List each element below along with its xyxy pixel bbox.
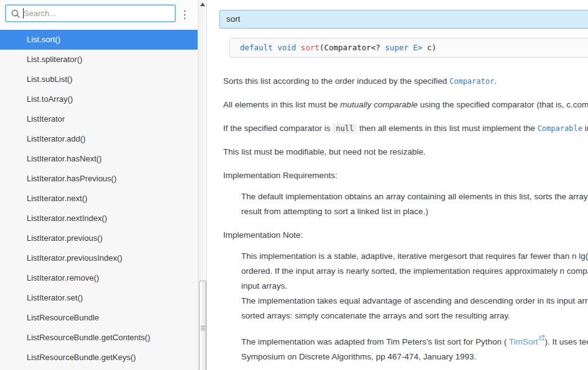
signature-token: void xyxy=(277,43,296,52)
doc-line: The implementation takes equal advantage… xyxy=(241,294,588,309)
doc-text: Symposium on Discrete Algorithms, pp 467… xyxy=(241,352,476,361)
doc-text: The implementation takes equal advantage… xyxy=(241,296,588,305)
doc-content-pane: sort default void sort(Comparator<? supe… xyxy=(208,0,588,370)
doc-text: . xyxy=(494,76,497,86)
doc-paragraph: All elements in this list must be mutual… xyxy=(223,97,588,112)
doc-indented-block: The implementation was adapted from Tim … xyxy=(241,331,588,364)
sidebar-item[interactable]: List.sort() xyxy=(0,30,198,50)
doc-text: Sorts this list according to the order i… xyxy=(223,76,449,86)
doc-text: The default implementation obtains an ar… xyxy=(241,192,588,201)
doc-paragraph: This list must be modifiable, but need n… xyxy=(223,145,588,160)
external-link-icon[interactable] xyxy=(539,331,545,346)
sidebar-item[interactable]: ListIterator.hasNext() xyxy=(0,149,198,169)
doc-paragraph: If the specified comparator is null then… xyxy=(223,121,588,136)
doc-text: result from attempting to sort a linked … xyxy=(241,207,428,216)
doc-text: using the specified comparator (that is,… xyxy=(418,100,588,109)
scroll-up-arrow-icon[interactable] xyxy=(200,2,205,6)
sidebar-item[interactable]: List.spliterator() xyxy=(0,50,198,70)
doc-text: then all elements in this list must impl… xyxy=(357,124,537,133)
sidebar-item[interactable]: ListIterator.nextIndex() xyxy=(0,209,198,228)
doc-text: sorted arrays: simply concatenate the ar… xyxy=(241,311,510,320)
member-name: sort xyxy=(226,14,241,24)
sidebar-scrollbar[interactable] xyxy=(198,0,207,370)
doc-indented-block: The default implementation obtains an ar… xyxy=(241,189,588,219)
doc-text: ). It uses techniques from xyxy=(545,337,588,346)
search-row: ⋮ xyxy=(0,0,198,30)
doc-text: All elements in this list must be xyxy=(223,100,340,109)
doc-section-label: Implementation Requirements: xyxy=(223,168,588,183)
signature-token: E> xyxy=(408,43,423,52)
doc-body: Sorts this list according to the order i… xyxy=(223,74,588,364)
doc-indented-block: This implementation is a stable, adaptiv… xyxy=(241,249,588,323)
doc-line: The default implementation obtains an ar… xyxy=(241,189,588,204)
sidebar: ⋮ List.sort()List.spliterator()List.subL… xyxy=(0,0,198,370)
doc-line: Symposium on Discrete Algorithms, pp 467… xyxy=(241,350,588,364)
sidebar-item[interactable]: List.toArray() xyxy=(0,89,198,109)
scrollbar-thumb[interactable] xyxy=(199,281,206,370)
sidebar-item[interactable]: ListIterator.next() xyxy=(0,189,198,209)
signature-token: sort xyxy=(301,43,319,52)
kebab-menu-icon[interactable]: ⋮ xyxy=(179,6,190,24)
signature-token: default xyxy=(240,43,273,52)
sidebar-item[interactable]: ListIterator.add() xyxy=(0,129,198,149)
doc-text: This list must be modifiable, but need n… xyxy=(223,147,426,156)
doc-text: ordered. If the input array is nearly so… xyxy=(241,266,588,276)
doc-line: result from attempting to sort a linked … xyxy=(241,204,588,219)
sidebar-item[interactable]: ListIterator.previousIndex() xyxy=(0,248,198,268)
signature-token: (Comparator<? xyxy=(319,43,385,52)
doc-text: interface and the elements' xyxy=(582,124,588,133)
doc-line: The implementation was adapted from Tim … xyxy=(241,331,588,350)
sidebar-item[interactable]: ListResourceBundle.getContents() xyxy=(0,328,198,348)
member-header: sort xyxy=(219,10,588,29)
search-input[interactable] xyxy=(5,4,176,22)
signature-token: super xyxy=(385,43,408,52)
doc-line: sorted arrays: simply concatenate the ar… xyxy=(241,309,588,323)
sidebar-item[interactable]: ListIterator.remove() xyxy=(0,268,198,288)
sidebar-item[interactable]: ListIterator.set() xyxy=(0,288,198,308)
doc-text: null xyxy=(333,124,357,133)
sidebar-item[interactable]: List.subList() xyxy=(0,70,198,89)
doc-text: mutually comparable xyxy=(340,100,418,109)
doc-text: The implementation was adapted from Tim … xyxy=(241,337,509,346)
doc-line: This implementation is a stable, adaptiv… xyxy=(241,249,588,264)
doc-text: input arrays. xyxy=(241,281,287,291)
sidebar-item[interactable]: ListResourceBundle.getKeys() xyxy=(0,348,198,368)
signature-token xyxy=(296,43,301,52)
search-results-list: List.sort()List.spliterator()List.subLis… xyxy=(0,30,198,368)
method-signature: default void sort(Comparator<? super E> … xyxy=(229,38,588,58)
timsort-link[interactable]: TimSort xyxy=(509,337,538,346)
scrollbar-grip xyxy=(201,326,205,330)
doc-text: If the specified comparator is xyxy=(223,124,333,133)
sidebar-item[interactable]: ListIterator xyxy=(0,109,198,129)
comparator-link[interactable]: Comparator xyxy=(449,77,494,86)
doc-line: input arrays. xyxy=(241,279,588,294)
sidebar-item[interactable]: ListIterator.hasPrevious() xyxy=(0,169,198,189)
doc-line: ordered. If the input array is nearly so… xyxy=(241,264,588,279)
doc-paragraph: Sorts this list according to the order i… xyxy=(223,74,588,89)
signature-token: c) xyxy=(423,43,437,52)
sidebar-item[interactable]: ListResourceBundle xyxy=(0,308,198,328)
search-field[interactable] xyxy=(24,6,173,21)
comparable-link[interactable]: Comparable xyxy=(538,124,582,133)
search-icon xyxy=(11,9,21,22)
doc-text: This implementation is a stable, adaptiv… xyxy=(241,251,588,261)
doc-section-label: Implementation Note: xyxy=(223,228,588,243)
sidebar-item[interactable]: ListIterator.previous() xyxy=(0,228,198,248)
